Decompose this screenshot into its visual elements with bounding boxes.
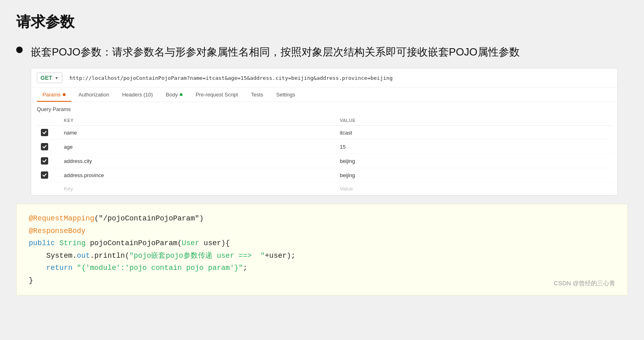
code-token-default: user){	[199, 239, 230, 247]
bullet-dot	[16, 47, 23, 53]
tab-prerequest-label: Pre-request Script	[196, 92, 238, 98]
code-token-default	[72, 264, 77, 272]
code-token-method: out	[77, 252, 90, 260]
code-token-annotation: @ResponseBody	[29, 227, 85, 235]
page-container: 请求参数 嵌套POJO参数：请求参数名与形参对象属性名相同，按照对象层次结构关系…	[0, 0, 644, 308]
bullet-section: 嵌套POJO参数：请求参数名与形参对象属性名相同，按照对象层次结构关系即可接收嵌…	[16, 44, 628, 60]
params-dot-icon	[63, 93, 66, 96]
table-row: nameitcast	[37, 126, 612, 140]
code-line: @ResponseBody	[29, 225, 615, 237]
code-token-default: +user);	[265, 252, 295, 260]
param-value[interactable]: itcast	[336, 126, 612, 140]
page-title: 请求参数	[16, 12, 628, 32]
param-key[interactable]: age	[60, 140, 336, 154]
code-token-default: }	[29, 276, 33, 284]
code-token-default: .println(	[90, 252, 129, 260]
param-key[interactable]: name	[60, 126, 336, 140]
table-row: age15	[37, 140, 612, 154]
checkbox-cell[interactable]	[37, 154, 60, 168]
tab-headers-label: Headers (10)	[122, 92, 153, 98]
code-token-default: System.	[29, 252, 77, 260]
col-checkbox-header	[37, 115, 60, 126]
param-key[interactable]: address.city	[60, 154, 336, 168]
method-selector[interactable]: GET ▼	[37, 73, 62, 83]
table-row: address.provincebeijing	[37, 168, 612, 182]
tab-body-label: Body	[166, 92, 178, 98]
params-table: KEY VALUE nameitcastage15address.citybei…	[37, 115, 612, 195]
tab-prerequest[interactable]: Pre-request Script	[190, 88, 244, 102]
tab-settings-label: Settings	[276, 92, 295, 98]
method-label: GET	[40, 75, 52, 81]
tab-params[interactable]: Params	[37, 88, 71, 102]
empty-key: Key	[60, 182, 336, 195]
code-token-default: pojoContainPojoParam(	[85, 239, 182, 247]
tab-tests-label: Tests	[251, 92, 263, 98]
code-token-default: ("/pojoContainPojoParam")	[94, 214, 204, 222]
tab-params-label: Params	[43, 92, 61, 98]
col-key-header: KEY	[60, 115, 336, 126]
tab-settings[interactable]: Settings	[270, 88, 301, 102]
param-key[interactable]: address.province	[60, 168, 336, 182]
tabs-row: Params Authorization Headers (10) Body P…	[31, 88, 617, 102]
url-input[interactable]	[66, 73, 612, 83]
code-token-annotation: @RequestMapping	[29, 214, 94, 222]
code-token-default	[55, 239, 60, 247]
table-row-empty: KeyValue	[37, 182, 612, 195]
param-value[interactable]: beijing	[336, 154, 612, 168]
param-value[interactable]: 15	[336, 140, 612, 154]
code-token-class: User	[182, 239, 199, 247]
code-line: @RequestMapping("/pojoContainPojoParam")	[29, 212, 615, 225]
query-params-label: Query Params	[37, 106, 612, 112]
dropdown-arrow-icon: ▼	[55, 76, 59, 80]
tab-authorization-label: Authorization	[79, 92, 109, 98]
param-value[interactable]: beijing	[336, 168, 612, 182]
tab-headers[interactable]: Headers (10)	[117, 88, 159, 102]
body-dot-icon	[180, 93, 183, 96]
checkbox-cell[interactable]	[37, 126, 60, 140]
col-value-header: VALUE	[336, 115, 612, 126]
url-bar: GET ▼	[31, 68, 617, 88]
watermark: CSDN @曾经的三心青	[554, 278, 615, 289]
code-token-keyword: return	[46, 264, 72, 272]
checkbox-cell[interactable]	[37, 140, 60, 154]
checkbox-checked-icon[interactable]	[41, 157, 48, 165]
code-line: public String pojoContainPojoParam(User …	[29, 237, 615, 250]
empty-value: Value	[336, 182, 612, 195]
empty-checkbox	[37, 182, 60, 195]
checkbox-checked-icon[interactable]	[41, 129, 48, 136]
code-line: return "{'module':'pojo contain pojo par…	[29, 262, 615, 274]
code-token-keyword: public	[29, 239, 55, 247]
tab-body[interactable]: Body	[160, 88, 189, 102]
code-line: System.out.println("pojo嵌套pojo参数传递 user …	[29, 250, 615, 262]
code-token-class: String	[60, 239, 86, 247]
table-row: address.citybeijing	[37, 154, 612, 168]
checkbox-checked-icon[interactable]	[41, 143, 48, 150]
bullet-text: 嵌套POJO参数：请求参数名与形参对象属性名相同，按照对象层次结构关系即可接收嵌…	[31, 44, 520, 60]
code-token-string: "{'module':'pojo contain pojo param'}"	[77, 264, 243, 272]
query-params-section: Query Params KEY VALUE nameitcastage15ad…	[31, 102, 617, 195]
tab-tests[interactable]: Tests	[245, 88, 269, 102]
code-token-default: ;	[243, 264, 247, 272]
checkbox-checked-icon[interactable]	[41, 171, 48, 179]
postman-panel: GET ▼ Params Authorization Headers (10) …	[31, 68, 618, 196]
tab-authorization[interactable]: Authorization	[73, 88, 115, 102]
code-line: }	[29, 274, 615, 287]
code-token-string: "pojo嵌套pojo参数传递 user ==> "	[129, 252, 265, 260]
code-panel: @RequestMapping("/pojoContainPojoParam")…	[16, 204, 628, 295]
checkbox-cell[interactable]	[37, 168, 60, 182]
code-token-default	[29, 264, 46, 272]
